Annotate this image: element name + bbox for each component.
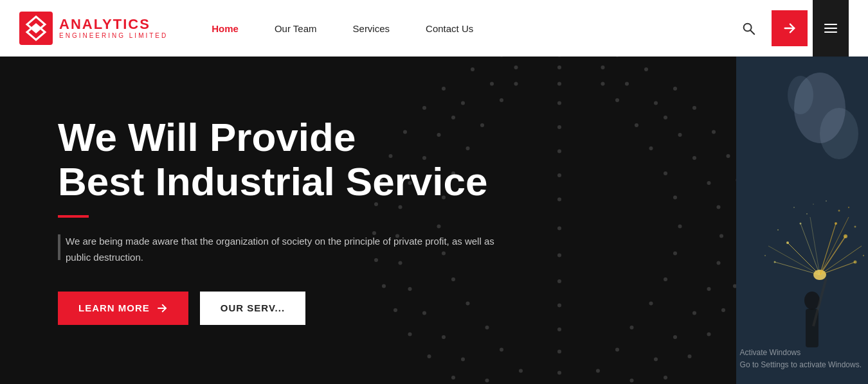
search-icon	[741, 21, 755, 35]
nav-home[interactable]: Home	[194, 0, 257, 57]
svg-point-97	[485, 326, 489, 329]
svg-point-34	[500, 98, 503, 102]
svg-point-112	[630, 379, 634, 383]
svg-point-142	[844, 234, 847, 238]
svg-point-154	[848, 207, 849, 208]
svg-point-70	[719, 234, 723, 238]
brand-sub: ENGINEERING LIMITED	[59, 33, 168, 39]
svg-point-84	[707, 287, 711, 291]
hero-divider	[58, 215, 89, 218]
svg-point-49	[692, 156, 696, 160]
svg-point-19	[514, 65, 518, 69]
svg-point-20	[557, 65, 561, 69]
svg-point-110	[596, 369, 600, 373]
svg-point-25	[557, 82, 561, 86]
svg-point-15	[557, 57, 561, 57]
svg-point-14	[500, 57, 503, 57]
svg-point-156	[813, 204, 814, 205]
hamburger-button[interactable]	[813, 0, 849, 57]
svg-point-128	[820, 108, 858, 159]
svg-point-91	[692, 311, 696, 315]
svg-point-143	[774, 261, 776, 263]
svg-point-83	[451, 277, 455, 281]
svg-point-95	[557, 327, 561, 331]
svg-point-109	[557, 371, 561, 375]
hero-buttons: LEARN MORE OUR SERV...	[58, 292, 678, 325]
svg-point-107	[664, 376, 667, 380]
svg-point-27	[514, 82, 518, 86]
svg-point-64	[399, 205, 402, 209]
svg-point-17	[471, 67, 475, 71]
hero-title: We Will Provide Best Industrial Service	[58, 116, 678, 203]
svg-point-96	[630, 326, 634, 329]
brand-name: ANALYTICS	[59, 17, 168, 31]
svg-point-155	[826, 200, 827, 202]
svg-point-37	[712, 130, 716, 134]
svg-point-31	[461, 101, 465, 105]
svg-point-44	[727, 154, 730, 158]
svg-point-33	[615, 98, 619, 102]
activate-windows-notice: Activate Windows Go to Settings to activ…	[740, 347, 862, 371]
svg-point-106	[461, 358, 465, 362]
hero-section: We Will Provide Best Industrial Service …	[0, 57, 868, 384]
logo-text: ANALYTICS ENGINEERING LIMITED	[59, 17, 168, 39]
svg-point-63	[717, 205, 721, 209]
svg-point-13	[615, 57, 619, 57]
svg-point-42	[678, 133, 682, 137]
svg-point-101	[428, 354, 431, 358]
learn-more-button[interactable]: LEARN MORE	[58, 292, 188, 325]
svg-point-68	[678, 225, 682, 229]
hero-right-image: Activate Windows Go to Settings to activ…	[736, 57, 868, 384]
nav-services[interactable]: Services	[335, 0, 408, 57]
arrow-right-icon	[782, 21, 797, 35]
description-bar	[58, 234, 60, 260]
svg-point-56	[707, 181, 711, 185]
svg-point-80	[382, 284, 386, 288]
svg-point-103	[615, 348, 619, 352]
svg-point-148	[854, 226, 856, 228]
search-button[interactable]	[730, 10, 766, 46]
svg-point-105	[654, 358, 658, 362]
svg-point-3	[33, 25, 39, 31]
our-services-button[interactable]: OUR SERV...	[200, 292, 305, 325]
svg-point-32	[557, 101, 561, 105]
nav-contact-us[interactable]: Contact Us	[408, 0, 491, 57]
svg-point-82	[664, 277, 667, 281]
svg-point-69	[437, 225, 441, 229]
svg-point-98	[673, 335, 677, 339]
svg-point-104	[500, 348, 503, 352]
svg-point-152	[863, 255, 864, 256]
svg-point-129	[788, 76, 813, 114]
logo[interactable]: ANALYTICS ENGINEERING LIMITED	[19, 12, 168, 45]
logo-icon	[19, 12, 53, 45]
svg-point-113	[485, 379, 489, 383]
arrow-button[interactable]	[772, 10, 808, 46]
svg-point-111	[519, 369, 523, 373]
svg-point-77	[717, 261, 721, 265]
svg-point-24	[490, 82, 494, 86]
svg-point-145	[835, 222, 837, 225]
nav-our-team[interactable]: Our Team	[257, 0, 335, 57]
svg-point-74	[557, 254, 561, 257]
svg-point-99	[442, 335, 446, 339]
svg-point-21	[673, 87, 677, 91]
header: ANALYTICS ENGINEERING LIMITED Home Our T…	[0, 0, 868, 57]
svg-point-75	[673, 252, 677, 256]
svg-point-29	[422, 106, 426, 110]
hamburger-icon	[823, 21, 838, 36]
svg-point-16	[644, 67, 648, 71]
svg-point-150	[838, 210, 840, 212]
svg-point-144	[800, 223, 802, 225]
hero-description: We are being made aware that the organiz…	[66, 233, 503, 266]
svg-point-149	[806, 213, 808, 214]
svg-point-151	[764, 255, 766, 256]
svg-point-141	[786, 241, 789, 244]
svg-point-100	[688, 354, 692, 358]
svg-point-67	[557, 227, 561, 231]
svg-point-85	[408, 287, 412, 291]
globe-decoration	[318, 57, 736, 384]
svg-point-30	[654, 101, 658, 105]
arrow-right-icon	[156, 302, 168, 314]
svg-point-108	[451, 376, 455, 380]
svg-point-26	[601, 82, 605, 86]
